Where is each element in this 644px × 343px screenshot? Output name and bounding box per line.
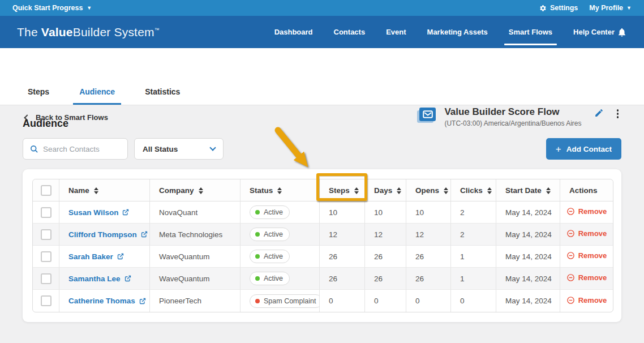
- status-badge: Active: [250, 228, 290, 241]
- nav-item-contacts[interactable]: Contacts: [334, 16, 366, 48]
- external-link-icon: [117, 253, 124, 260]
- clicks-cell: 1: [451, 268, 496, 290]
- notifications-bell-icon[interactable]: [617, 27, 627, 37]
- column-header-company[interactable]: Company: [150, 179, 241, 201]
- contact-name-link[interactable]: Samantha Lee: [68, 275, 131, 283]
- settings-label: Settings: [550, 4, 578, 12]
- status-cell: Active: [241, 246, 320, 268]
- contact-name-link[interactable]: Catherine Thomas: [68, 297, 146, 305]
- main-navbar: The ValueBuilder System™ DashboardContac…: [0, 16, 644, 48]
- status-dot-icon: [255, 276, 260, 281]
- remove-button[interactable]: Remove: [566, 251, 607, 260]
- contact-name-link[interactable]: Clifford Thompson: [68, 230, 148, 239]
- tab-steps[interactable]: Steps: [22, 87, 55, 105]
- search-contacts-input[interactable]: [43, 145, 121, 153]
- row-checkbox[interactable]: [41, 273, 51, 284]
- column-header-steps[interactable]: Steps: [320, 179, 365, 201]
- column-label: Status: [250, 186, 273, 195]
- remove-button[interactable]: Remove: [566, 296, 607, 305]
- status-badge: Active: [250, 250, 290, 263]
- sort-icon[interactable]: [277, 187, 282, 194]
- status-filter-dropdown[interactable]: All Status: [134, 138, 224, 160]
- status-cell: Active: [241, 201, 320, 224]
- actions-cell: Remove: [560, 201, 613, 224]
- nav-item-event[interactable]: Event: [386, 16, 406, 48]
- contact-name-link[interactable]: Sarah Baker: [68, 252, 124, 261]
- remove-button[interactable]: Remove: [566, 207, 607, 216]
- steps-cell: 26: [320, 246, 365, 268]
- search-contacts-box: [23, 138, 128, 160]
- start-date-cell: May 14, 2024: [496, 290, 560, 312]
- remove-button[interactable]: Remove: [566, 273, 607, 282]
- clicks-cell: 2: [451, 201, 496, 224]
- settings-menu[interactable]: Settings: [539, 4, 578, 12]
- app-logo[interactable]: The ValueBuilder System™: [17, 25, 160, 39]
- circle-minus-icon: [566, 207, 575, 216]
- sort-icon[interactable]: [487, 187, 492, 194]
- my-profile-menu[interactable]: My Profile ▼: [589, 4, 632, 12]
- circle-minus-icon: [566, 296, 575, 305]
- contact-name-link[interactable]: Susan Wilson: [68, 208, 129, 217]
- tab-audience[interactable]: Audience: [73, 87, 121, 105]
- select-all-cell: [33, 179, 59, 201]
- status-dot-icon: [255, 210, 260, 215]
- status-cell: Spam Complaint: [241, 290, 320, 312]
- sort-icon[interactable]: [354, 187, 359, 194]
- chevron-down-icon: ▼: [87, 6, 92, 11]
- name-cell: Sarah Baker: [59, 246, 150, 268]
- column-header-status[interactable]: Status: [241, 179, 320, 201]
- plus-icon: +: [556, 144, 561, 154]
- row-select-cell: [33, 201, 59, 224]
- actions-cell: Remove: [560, 246, 613, 268]
- column-header-clicks[interactable]: Clicks: [451, 179, 496, 201]
- row-checkbox[interactable]: [41, 207, 51, 218]
- table-row: Susan WilsonNovaQuantActive1010102May 14…: [33, 201, 613, 224]
- column-header-opens[interactable]: Opens: [406, 179, 451, 201]
- row-checkbox[interactable]: [41, 229, 51, 240]
- add-contact-button[interactable]: + Add Contact: [546, 138, 621, 160]
- sort-icon[interactable]: [397, 187, 401, 194]
- column-label: Days: [374, 186, 392, 195]
- name-cell: Samantha Lee: [59, 268, 150, 290]
- nav-item-dashboard[interactable]: Dashboard: [274, 16, 313, 48]
- sort-icon[interactable]: [94, 187, 98, 194]
- audience-controls: All Status + Add Contact: [23, 138, 621, 160]
- nav-item-smart-flows[interactable]: Smart Flows: [509, 16, 552, 48]
- column-label: Steps: [329, 186, 350, 195]
- row-select-cell: [33, 224, 59, 246]
- table-row: Samantha LeeWaveQuantumActive2626261May …: [33, 268, 613, 290]
- external-link-icon: [141, 231, 148, 238]
- audience-table-card: NameCompanyStatusStepsDaysOpensClicksSta…: [23, 169, 621, 322]
- audience-table: NameCompanyStatusStepsDaysOpensClicksSta…: [32, 179, 613, 312]
- company-cell: Meta Technologies: [150, 224, 241, 246]
- external-link-icon: [139, 298, 146, 305]
- external-link-icon: [124, 275, 131, 282]
- status-badge: Active: [250, 205, 290, 219]
- column-header-name[interactable]: Name: [59, 179, 150, 201]
- select-all-checkbox[interactable]: [41, 185, 51, 196]
- page-title: Audience: [23, 105, 621, 130]
- tab-statistics[interactable]: Statistics: [139, 87, 186, 105]
- quick-start-progress-menu[interactable]: Quick Start Progress ▼: [12, 4, 92, 12]
- row-checkbox[interactable]: [41, 251, 51, 262]
- status-cell: Active: [241, 268, 320, 290]
- remove-button[interactable]: Remove: [566, 229, 607, 238]
- column-header-actions: Actions: [560, 179, 613, 201]
- nav-item-marketing-assets[interactable]: Marketing Assets: [427, 16, 488, 48]
- clicks-cell: 1: [451, 246, 496, 268]
- start-date-cell: May 14, 2024: [496, 201, 560, 224]
- utility-bar: Quick Start Progress ▼ Settings My Profi…: [0, 0, 644, 16]
- steps-cell: 26: [320, 268, 365, 290]
- quick-start-progress-label: Quick Start Progress: [12, 4, 83, 12]
- column-header-days[interactable]: Days: [365, 179, 406, 201]
- days-cell: 10: [365, 201, 406, 224]
- column-header-start-date[interactable]: Start Date: [496, 179, 560, 201]
- nav-item-help-center[interactable]: Help Center: [573, 16, 615, 48]
- sort-icon[interactable]: [546, 187, 551, 194]
- sort-icon[interactable]: [199, 187, 203, 194]
- row-checkbox[interactable]: [41, 295, 51, 306]
- actions-cell: Remove: [560, 224, 613, 246]
- flow-tabs: StepsAudienceStatistics: [22, 87, 186, 105]
- opens-cell: 12: [406, 224, 451, 246]
- sort-icon[interactable]: [444, 187, 448, 194]
